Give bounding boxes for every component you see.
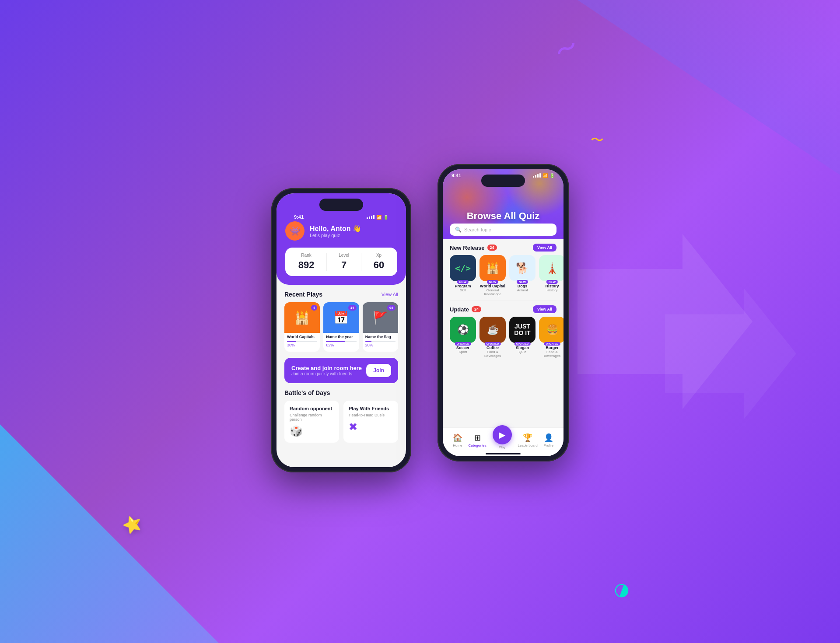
home-indicator: [486, 453, 521, 454]
nav-home-label: Home: [453, 444, 462, 447]
join-room-subtitle: Join a room quickly with friends: [291, 371, 362, 376]
join-button[interactable]: Join: [366, 364, 391, 377]
battles-header: Battle's of Days: [284, 389, 398, 396]
battles-section: Battle's of Days Random opponent Challen…: [276, 383, 406, 449]
quiz-item-history-cat: History: [539, 288, 564, 292]
quiz-item-program[interactable]: </> NEW Program Skill: [450, 255, 476, 296]
history-new-tag: NEW: [546, 280, 558, 284]
cross-icon: ✖: [349, 421, 393, 433]
deco-yellow-star: ⭐: [120, 513, 145, 537]
nav-leaderboard-label: Leaderboard: [518, 444, 537, 447]
update-coffee-img: ☕ UPDATED: [480, 317, 506, 343]
update-soccer-img: ⚽ UPDATED: [450, 317, 476, 343]
nav-categories[interactable]: ⊞ Categories: [469, 433, 486, 447]
nav-play[interactable]: ▶ Play: [493, 431, 512, 449]
new-release-title: New Release 24: [450, 245, 497, 251]
play-friends-card[interactable]: Play With Friends Head-to-Head Duels ✖: [343, 401, 398, 443]
update-item-burger[interactable]: 🍔 UPDATED Burger Food & Beverages: [539, 317, 564, 358]
search-bar[interactable]: 🔍 Search topic: [450, 224, 556, 236]
update-item-slogan[interactable]: JUST DO IT UPDATED Slogan Quiz: [509, 317, 536, 358]
new-release-view-all[interactable]: View All: [533, 244, 556, 252]
quiz-card-3[interactable]: 🚩 68 Name the flag 20%: [363, 302, 398, 352]
quiz-item-dogs-name: Dogs: [509, 284, 536, 288]
update-title: Update 24: [450, 306, 481, 313]
user-row: 👾 Hello, Anton 👋 Let's play quiz: [285, 221, 397, 241]
update-section: Update 24 View All ⚽ UPDATED Soccer Spor…: [443, 301, 564, 362]
play-friends-title: Play With Friends: [349, 406, 393, 411]
signal-icon: [367, 215, 374, 219]
quiz-card-2-badge: 14: [348, 305, 357, 311]
phone1-screen: 9:41 📶 🔋 👾: [276, 193, 406, 467]
new-release-section: New Release 24 View All </> NEW Program …: [443, 239, 564, 301]
update-slogan-img: JUST DO IT UPDATED: [509, 317, 536, 343]
new-release-grid: </> NEW Program Skill 🕌 NEW World Capita…: [450, 255, 556, 296]
recent-plays-section: Recent Plays View All 🕌 4 World Capitals…: [276, 285, 406, 358]
quiz-item-program-name: Program: [450, 284, 476, 288]
phone1-status-bar: 9:41 📶 🔋: [285, 211, 397, 221]
quiz-card-1-img: 🕌 4: [284, 302, 320, 333]
update-item-soccer[interactable]: ⚽ UPDATED Soccer Sport: [450, 317, 476, 358]
quiz-item-dogs[interactable]: 🐕 NEW Dogs Animal: [509, 255, 536, 296]
random-opponent-title: Random opponent: [290, 406, 334, 411]
battle-cards: Random opponent Challenge random person …: [284, 401, 398, 443]
bg-shape-top-right: [578, 0, 840, 175]
phone2-notch: [481, 175, 525, 187]
play-icon: ▶: [499, 430, 505, 440]
quiz-item-program-cat: Skill: [450, 288, 476, 292]
bottom-nav: 🏠 Home ⊞ Categories ▶ Play 🏆 Leaderboard: [443, 427, 564, 456]
quiz-item-dogs-cat: Animal: [509, 288, 536, 292]
leaderboard-icon: 🏆: [523, 433, 532, 443]
update-header: Update 24 View All: [450, 305, 556, 313]
quiz-item-history[interactable]: 🗼 NEW History History: [539, 255, 564, 296]
rank-value: 892: [298, 259, 315, 271]
quiz-card-1-name: World Capitals: [284, 333, 320, 340]
rank-label: Rank: [298, 253, 315, 258]
battery-icon: 🔋: [383, 215, 388, 220]
nav-home[interactable]: 🏠 Home: [453, 433, 462, 447]
level-label: Level: [339, 253, 349, 258]
nav-profile[interactable]: 👤 Profile: [543, 433, 553, 447]
profile-icon: 👤: [544, 433, 553, 443]
quiz-card-2-img: 📅 14: [323, 302, 359, 333]
join-room-text: Create and join room here Join a room qu…: [291, 365, 362, 376]
update-view-all[interactable]: View All: [533, 305, 556, 313]
update-count: 24: [472, 306, 481, 312]
quiz-item-dogs-img: 🐕 NEW: [509, 255, 536, 281]
play-button[interactable]: ▶: [493, 425, 512, 444]
stat-divider-2: [361, 253, 361, 271]
program-new-tag: NEW: [457, 280, 469, 284]
quiz-item-world-capital-cat: General Knowledge: [480, 288, 506, 296]
search-icon: 🔍: [455, 227, 462, 233]
quiz-item-world-capital-name: World Capital: [480, 284, 506, 288]
join-room-title: Create and join room here: [291, 365, 362, 371]
rank-stat: Rank 892: [298, 253, 315, 271]
phone-1: 9:41 📶 🔋 👾: [271, 188, 411, 472]
update-burger-cat: Food & Beverages: [539, 350, 564, 358]
user-subtitle: Let's play quiz: [310, 233, 361, 238]
nav-play-label: Play: [499, 445, 506, 449]
deco-yellow-squiggle: 〜: [591, 131, 604, 149]
recent-plays-view-all[interactable]: View All: [382, 292, 398, 297]
random-opponent-card[interactable]: Random opponent Challenge random person …: [284, 401, 339, 443]
xp-stat: Xp 60: [374, 253, 384, 271]
nav-categories-label: Categories: [469, 444, 486, 447]
quiz-card-3-img: 🚩 68: [363, 302, 398, 333]
phone2-time: 9:41: [452, 173, 461, 178]
update-item-coffee[interactable]: ☕ UPDATED Coffee Food & Beverages: [480, 317, 506, 358]
categories-icon: ⊞: [474, 433, 481, 443]
battles-title: Battle's of Days: [284, 389, 330, 396]
quiz-card-3-progress: 20%: [363, 340, 398, 348]
quiz-card-3-name: Name the flag: [363, 333, 398, 340]
soccer-updated-tag: UPDATED: [455, 342, 471, 346]
quiz-item-world-capital[interactable]: 🕌 NEW World Capital General Knowledge: [480, 255, 506, 296]
quiz-item-world-capital-img: 🕌 NEW: [480, 255, 506, 281]
update-coffee-cat: Food & Beverages: [480, 350, 506, 358]
nav-leaderboard[interactable]: 🏆 Leaderboard: [518, 433, 537, 447]
phone2-status-icons: 📶 🔋: [533, 173, 555, 178]
quiz-card-1[interactable]: 🕌 4 World Capitals 30%: [284, 302, 320, 352]
phone1-time: 9:41: [294, 214, 304, 220]
quiz-card-2-name: Name the year: [323, 333, 359, 340]
quiz-card-2[interactable]: 📅 14 Name the year 62%: [323, 302, 359, 352]
update-cards: ⚽ UPDATED Soccer Sport ☕ UPDATED Coffee …: [450, 317, 556, 358]
update-burger-name: Burger: [539, 346, 564, 350]
